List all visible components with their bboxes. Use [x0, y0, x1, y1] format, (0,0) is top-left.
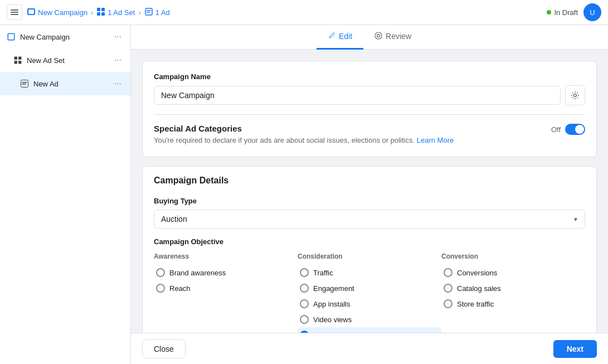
campaign-settings-button[interactable]: [565, 85, 585, 105]
brand-awareness-label: Brand awareness: [169, 269, 226, 277]
svg-rect-15: [18, 57, 22, 60]
breadcrumb-sep-1: ›: [91, 8, 93, 17]
ad-icon: [20, 79, 29, 88]
special-ad-toggle[interactable]: [565, 124, 585, 135]
campaign-name-label: Campaign Name: [154, 72, 585, 81]
special-ad-title: Special Ad Categories: [154, 124, 454, 133]
svg-rect-5: [97, 8, 100, 11]
objective-reach[interactable]: Reach: [154, 280, 298, 296]
sidebar-item-new-ad[interactable]: New Ad ···: [0, 72, 130, 95]
tab-review[interactable]: Review: [363, 25, 422, 50]
sidebar-more-adset[interactable]: ···: [112, 54, 124, 66]
close-button[interactable]: Close: [142, 339, 186, 358]
toggle-label: Off: [551, 125, 561, 134]
radio-app-installs: [300, 299, 309, 308]
campaign-objective-title: Campaign Objective: [154, 237, 585, 246]
tab-edit-label: Edit: [339, 32, 352, 41]
breadcrumb-adset[interactable]: 1 Ad Set: [96, 7, 135, 18]
svg-rect-17: [18, 61, 22, 64]
next-button[interactable]: Next: [553, 340, 597, 358]
traffic-label: Traffic: [313, 269, 333, 277]
toggle-container: Off: [551, 124, 585, 135]
breadcrumb-sep-2: ›: [138, 8, 140, 17]
objective-traffic[interactable]: Traffic: [298, 265, 441, 280]
objective-app-installs[interactable]: App installs: [298, 296, 441, 312]
toggle-knob: [575, 125, 584, 134]
svg-rect-8: [101, 12, 105, 16]
objective-lead-generation[interactable]: Lead generation: [298, 327, 441, 333]
svg-point-22: [377, 34, 380, 37]
status-dot: [547, 10, 551, 14]
breadcrumb-ad-label: 1 Ad: [155, 8, 170, 17]
radio-conversions: [444, 268, 453, 277]
svg-rect-4: [28, 9, 34, 14]
radio-brand-awareness: [156, 268, 165, 277]
edit-icon: [328, 32, 335, 41]
special-ad-text: Special Ad Categories You're required to…: [154, 124, 454, 145]
section-divider-1: [154, 114, 585, 115]
buying-type-section: Buying Type Auction Reach & Frequency: [154, 197, 585, 229]
radio-reach: [156, 284, 165, 293]
conversion-title: Conversion: [441, 253, 585, 260]
sidebar-item-new-campaign[interactable]: New Campaign ···: [0, 25, 130, 48]
avatar[interactable]: U: [583, 3, 601, 21]
objective-conversions[interactable]: Conversions: [441, 265, 585, 280]
buying-type-select[interactable]: Auction Reach & Frequency: [154, 210, 585, 229]
video-views-label: Video views: [313, 316, 352, 324]
objectives-grid: Awareness Brand awareness Reach: [154, 253, 585, 333]
adset-icon: [13, 56, 22, 65]
app-installs-label: App installs: [313, 300, 350, 308]
objective-video-views[interactable]: Video views: [298, 312, 441, 327]
tab-review-label: Review: [386, 32, 411, 41]
objective-brand-awareness[interactable]: Brand awareness: [154, 265, 298, 280]
awareness-title: Awareness: [154, 253, 298, 260]
learn-more-link[interactable]: Learn More: [417, 136, 454, 144]
sidebar: New Campaign ··· New Ad Set ···: [0, 25, 131, 364]
top-bar-right: In Draft U: [547, 3, 601, 21]
sidebar-ad-label: New Ad: [33, 80, 108, 88]
radio-engagement: [300, 284, 309, 293]
campaign-name-card: Campaign Name: [142, 61, 597, 157]
svg-rect-11: [147, 12, 150, 13]
status-badge: In Draft: [547, 8, 578, 17]
ad-icon: [144, 7, 153, 18]
svg-rect-20: [22, 84, 26, 85]
breadcrumb: New Campaign › 1 Ad Set ›: [27, 7, 170, 18]
store-traffic-label: Store traffic: [457, 300, 494, 308]
breadcrumb-new-campaign[interactable]: New Campaign: [27, 7, 87, 18]
svg-rect-1: [11, 12, 18, 13]
sidebar-toggle-button[interactable]: [7, 4, 22, 20]
avatar-initials: U: [590, 8, 595, 17]
reach-label: Reach: [169, 284, 191, 293]
sidebar-more-campaign[interactable]: ···: [112, 31, 124, 43]
special-ad-header: Special Ad Categories You're required to…: [154, 124, 585, 145]
breadcrumb-ad[interactable]: 1 Ad: [144, 7, 170, 18]
sidebar-item-new-adset[interactable]: New Ad Set ···: [0, 48, 130, 72]
buying-type-label: Buying Type: [154, 197, 585, 205]
radio-video-views: [300, 315, 309, 324]
campaign-name-input[interactable]: [154, 86, 561, 105]
sidebar-more-ad[interactable]: ···: [112, 77, 124, 90]
conversion-col: Conversion Conversions Catalog sales: [441, 253, 585, 333]
campaign-icon: [7, 32, 16, 41]
campaign-name-row: [154, 85, 585, 105]
svg-rect-19: [22, 82, 27, 83]
form-area: Campaign Name: [131, 50, 608, 333]
campaign-name-section: Campaign Name: [143, 61, 596, 157]
radio-store-traffic: [444, 299, 453, 308]
objective-engagement[interactable]: Engagement: [298, 280, 441, 296]
main-layout: New Campaign ··· New Ad Set ···: [0, 25, 608, 364]
svg-point-21: [375, 32, 382, 39]
tab-bar: Edit Review: [131, 25, 608, 50]
objective-catalog-sales[interactable]: Catalog sales: [441, 280, 585, 296]
objective-store-traffic[interactable]: Store traffic: [441, 296, 585, 312]
content-area: Edit Review Campaign Name: [131, 25, 608, 364]
awareness-col: Awareness Brand awareness Reach: [154, 253, 298, 333]
svg-rect-7: [97, 12, 100, 16]
tab-edit[interactable]: Edit: [317, 25, 363, 50]
breadcrumb-adset-label: 1 Ad Set: [108, 8, 135, 17]
radio-catalog-sales: [444, 284, 453, 293]
adset-icon: [96, 7, 105, 18]
sidebar-adset-label: New Ad Set: [27, 56, 108, 65]
consideration-col: Consideration Traffic Engagement: [298, 253, 441, 333]
